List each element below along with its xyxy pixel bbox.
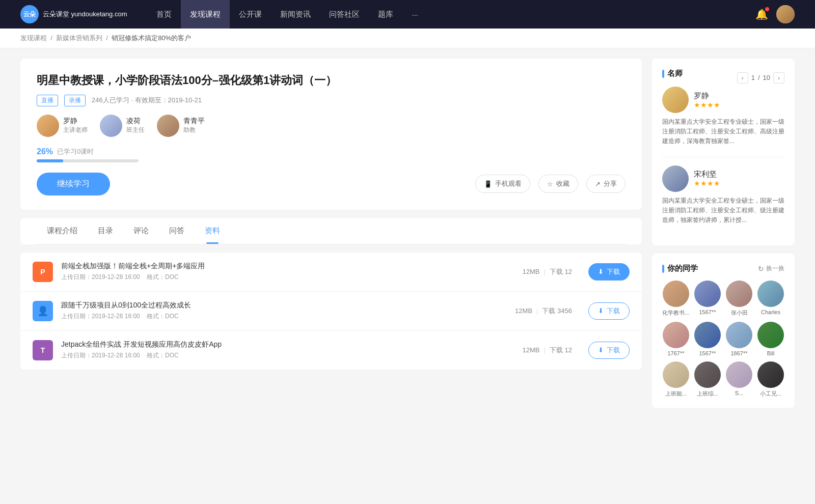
page-current: 1 <box>751 74 755 81</box>
resource-meta-1: 上传日期：2019-12-28 16:00 格式：DOC <box>61 312 507 321</box>
resource-date-1: 上传日期：2019-12-28 16:00 <box>61 313 140 320</box>
teacher-avatar-2 <box>157 115 179 137</box>
continue-learning-button[interactable]: 继续学习 <box>37 173 110 195</box>
resource-meta-2: 上传日期：2019-12-28 16:00 格式：DOC <box>61 351 514 360</box>
resource-format-2: 格式：DOC <box>147 352 179 359</box>
classmate-item-1[interactable]: 1567** <box>694 281 721 317</box>
resource-size-0: 12MB <box>523 268 540 275</box>
tc-name-0: 罗静 <box>694 91 720 101</box>
next-page-button[interactable]: › <box>773 72 784 83</box>
resource-format-0: 格式：DOC <box>147 273 179 281</box>
classmate-item-3[interactable]: Charles <box>757 281 784 317</box>
nav-item-qa[interactable]: 问答社区 <box>320 0 369 29</box>
teacher-card-1: 宋利坚 ★★★★ 国内某重点大学安全工程专业硕士，国家一级注册消防工程师、注册安… <box>662 165 784 226</box>
resource-info-1: 跟随千万级项目从0到100全过程高效成长 上传日期：2019-12-28 16:… <box>61 301 507 321</box>
progress-label: 26% 已学习0课时 <box>37 147 626 156</box>
resource-downloads-0: 下载 12 <box>550 267 572 276</box>
progress-bar-fill <box>37 159 63 162</box>
download-label-0: 下载 <box>607 267 620 276</box>
resource-size-dl-1: 12MB | 下载 3456 <box>515 306 572 316</box>
download-button-2[interactable]: ⬇ 下载 <box>588 342 630 359</box>
nav-item-home[interactable]: 首页 <box>147 0 181 29</box>
classmate-item-4[interactable]: 1767** <box>662 322 690 356</box>
tab-catalog[interactable]: 目录 <box>88 218 123 244</box>
prev-page-button[interactable]: ‹ <box>737 72 748 83</box>
tab-review[interactable]: 评论 <box>123 218 159 244</box>
share-icon: ↗ <box>595 180 601 188</box>
nav-item-discover[interactable]: 发现课程 <box>181 0 230 29</box>
resource-date-2: 上传日期：2019-12-28 16:00 <box>61 352 140 359</box>
separator-2: | <box>544 346 546 354</box>
resource-size-2: 12MB <box>523 346 540 354</box>
classmate-name-6: 1867** <box>730 350 747 356</box>
breadcrumb-current: 销冠修炼术搞定80%的客户 <box>112 34 191 42</box>
logo-icon: 云朵 <box>20 5 39 23</box>
logo[interactable]: 云朵 云朵课堂 yundouketang.com <box>20 5 127 23</box>
resource-info-0: 前端全栈加强版！前端全栈+全周期+多端应用 上传日期：2019-12-28 16… <box>61 262 514 282</box>
mobile-label: 手机观看 <box>495 179 522 188</box>
resource-list: P 前端全栈加强版！前端全栈+全周期+多端应用 上传日期：2019-12-28 … <box>20 253 642 370</box>
classmate-item-8[interactable]: 上班能... <box>662 361 690 398</box>
teacher-name-0: 罗静 <box>63 117 88 126</box>
tc-stars-1: ★★★★ <box>694 179 720 187</box>
pagination-nav: ‹ 1 / 10 › <box>737 72 784 83</box>
resource-size-dl-2: 12MB | 下载 12 <box>523 346 572 355</box>
breadcrumb: 发现课程 / 新媒体营销系列 / 销冠修炼术搞定80%的客户 <box>0 29 815 48</box>
teacher-info-1: 凌荷 班主任 <box>126 117 145 134</box>
tab-intro[interactable]: 课程介绍 <box>37 218 88 244</box>
resource-item-2: T Jetpack全组件实战 开发短视频应用高仿皮皮虾App 上传日期：2019… <box>20 331 642 370</box>
teacher-item-1: 凌荷 班主任 <box>100 115 145 137</box>
tc-divider <box>662 157 784 157</box>
tc-avatar-1 <box>662 165 689 192</box>
classmates-grid-wrapper: 化学教书... 1567** 张小田 Charles <box>662 281 784 398</box>
breadcrumb-series[interactable]: 新媒体营销系列 <box>56 34 102 42</box>
nav-item-quiz[interactable]: 题库 <box>369 0 402 29</box>
download-label-1: 下载 <box>607 306 620 316</box>
nav-item-more[interactable]: ··· <box>402 0 427 29</box>
nav-item-news[interactable]: 新闻资讯 <box>271 0 320 29</box>
classmate-name-8: 上班能... <box>665 390 687 398</box>
teacher-card-header-1: 宋利坚 ★★★★ <box>662 165 784 192</box>
teacher-avatar-1 <box>100 115 122 137</box>
mobile-view-button[interactable]: 📱 手机观看 <box>475 175 530 193</box>
content-area: 明星中教授课，小学阶段语法100分–强化级第1讲动词（一） 直播 录播 246人… <box>20 59 642 416</box>
nav-item-open[interactable]: 公开课 <box>230 0 271 29</box>
classmate-name-1: 1567** <box>699 309 716 315</box>
classmate-avatar-2 <box>726 281 752 307</box>
classmate-item-0[interactable]: 化学教书... <box>662 281 690 317</box>
classmate-avatar-11 <box>757 361 784 388</box>
classmate-item-5[interactable]: 1567** <box>694 322 721 356</box>
teacher-item-2: 青青平 助教 <box>157 115 205 137</box>
bell-icon[interactable]: 🔔 <box>755 8 768 20</box>
tab-resources[interactable]: 资料 <box>195 218 230 244</box>
classmate-item-2[interactable]: 张小田 <box>725 281 753 317</box>
main-layout: 明星中教授课，小学阶段语法100分–强化级第1讲动词（一） 直播 录播 246人… <box>0 48 815 426</box>
teachers-list: 罗静 主讲老师 凌荷 班主任 青青平 助教 <box>37 115 626 137</box>
classmate-item-6[interactable]: 1867** <box>725 322 753 356</box>
classmate-name-10: S... <box>735 390 744 396</box>
user-avatar[interactable] <box>776 5 795 23</box>
download-button-0[interactable]: ⬇ 下载 <box>588 263 630 281</box>
course-meta: 直播 录播 246人已学习 · 有效期至：2019-10-21 <box>37 95 626 106</box>
course-header-card: 明星中教授课，小学阶段语法100分–强化级第1讲动词（一） 直播 录播 246人… <box>20 59 642 210</box>
share-button[interactable]: ↗ 分享 <box>586 175 626 193</box>
breadcrumb-discover[interactable]: 发现课程 <box>20 34 47 42</box>
classmate-item-11[interactable]: 小工兄... <box>757 361 784 398</box>
separator-1: | <box>536 307 538 315</box>
classmate-item-9[interactable]: 上班综... <box>694 361 721 398</box>
download-button-1[interactable]: ⬇ 下载 <box>588 302 630 320</box>
page-total: 10 <box>763 74 770 81</box>
classmate-name-7: Bill <box>767 350 775 356</box>
classmate-avatar-7 <box>757 322 784 348</box>
classmate-item-7[interactable]: Bill <box>757 322 784 356</box>
collect-button[interactable]: ☆ 收藏 <box>538 175 578 193</box>
classmate-item-10[interactable]: S... <box>725 361 753 398</box>
classmate-avatar-8 <box>663 361 689 388</box>
download-icon-1: ⬇ <box>598 307 604 315</box>
tab-qa[interactable]: 问答 <box>159 218 195 244</box>
teachers-sidebar-card: 名师 ‹ 1 / 10 › 罗静 ★★★★ 国内某重点大学安全工程专 <box>652 59 795 245</box>
resource-title-2: Jetpack全组件实战 开发短视频应用高仿皮皮虾App <box>61 340 514 349</box>
refresh-button[interactable]: 换一换 <box>766 264 784 273</box>
navbar: 云朵 云朵课堂 yundouketang.com 首页 发现课程 公开课 新闻资… <box>0 0 815 29</box>
avatar-image <box>776 5 795 23</box>
